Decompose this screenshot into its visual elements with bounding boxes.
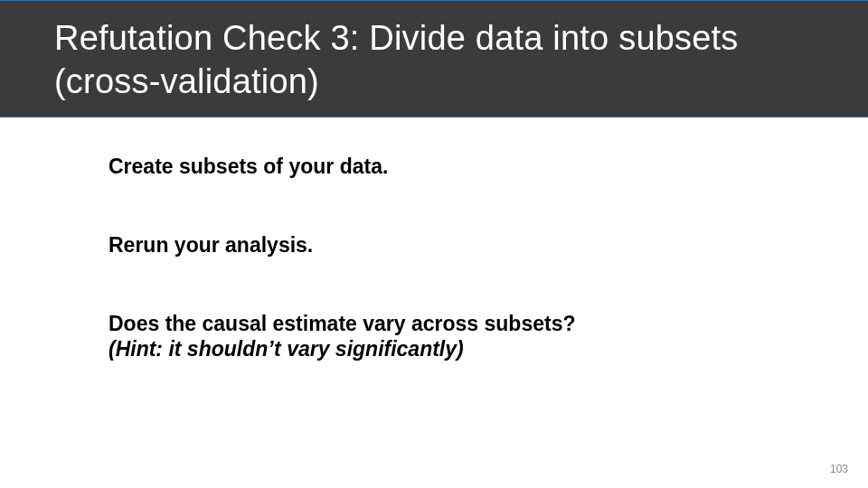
page-number: 103 bbox=[830, 463, 848, 475]
bullet-2: Rerun your analysis. bbox=[108, 232, 796, 258]
bullet-1: Create subsets of your data. bbox=[108, 154, 796, 180]
title-bar: Refutation Check 3: Divide data into sub… bbox=[0, 0, 868, 117]
slide-title: Refutation Check 3: Divide data into sub… bbox=[54, 17, 832, 103]
bullet-3-question: Does the causal estimate vary across sub… bbox=[108, 311, 796, 337]
bullet-3-hint: (Hint: it shouldn’t vary significantly) bbox=[108, 336, 796, 362]
slide-body: Create subsets of your data. Rerun your … bbox=[108, 154, 796, 362]
bullet-3-group: Does the causal estimate vary across sub… bbox=[108, 311, 796, 363]
